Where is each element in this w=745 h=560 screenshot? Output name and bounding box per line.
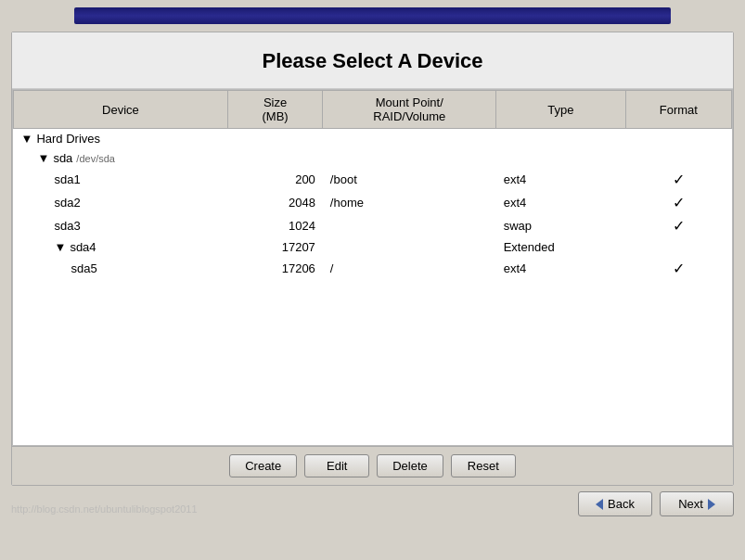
page-title: Please Select A Device (31, 49, 714, 73)
expand-icon: ▼ (21, 132, 33, 146)
col-header-mount: Mount Point/RAID/Volume (323, 91, 496, 129)
device-table: Device Size(MB) Mount Point/RAID/Volume … (13, 90, 732, 280)
cell-type: swap (496, 214, 625, 237)
col-header-type: Type (496, 91, 625, 129)
table-row[interactable]: ▼sda/dev/sda (14, 148, 732, 168)
cell-mount (323, 129, 496, 149)
format-check-icon: ✓ (673, 171, 685, 188)
cell-device: ▼sda/dev/sda (14, 148, 228, 168)
cell-device: sda2 (14, 191, 228, 214)
cell-size: 2048 (227, 191, 323, 214)
cell-size: 1024 (227, 214, 323, 237)
cell-format: ✓ (625, 257, 731, 280)
cell-mount (323, 148, 496, 168)
create-button[interactable]: Create (229, 454, 297, 477)
table-row[interactable]: sda1200/bootext4✓ (14, 168, 732, 191)
back-arrow-icon (596, 499, 603, 510)
table-row[interactable]: sda31024swap✓ (14, 214, 732, 237)
cell-device: ▼sda4 (14, 237, 228, 257)
cell-mount: /home (323, 191, 496, 214)
cell-mount (323, 214, 496, 237)
device-table-container: Device Size(MB) Mount Point/RAID/Volume … (12, 89, 733, 446)
nav-row: http://blog.csdn.net/ubuntuliblogspot201… (0, 486, 745, 520)
cell-mount (323, 237, 496, 257)
reset-button[interactable]: Reset (451, 454, 516, 477)
cell-size (227, 129, 323, 149)
delete-button[interactable]: Delete (377, 454, 443, 477)
format-check-icon: ✓ (673, 217, 685, 235)
cell-device: ▼Hard Drives (14, 129, 228, 149)
format-check-icon: ✓ (673, 194, 685, 211)
next-label: Next (678, 497, 703, 511)
cell-size: 200 (227, 168, 323, 191)
table-row[interactable]: ▼Hard Drives (14, 129, 732, 149)
table-header-row: Device Size(MB) Mount Point/RAID/Volume … (14, 91, 732, 129)
cell-device: sda5 (14, 257, 228, 280)
expand-icon: ▼ (38, 151, 50, 165)
back-button[interactable]: Back (578, 491, 652, 516)
table-row[interactable]: sda517206/ext4✓ (14, 257, 732, 280)
cell-format: ✓ (625, 191, 731, 214)
cell-format: ✓ (625, 168, 731, 191)
cell-type (496, 129, 625, 149)
cell-size (227, 148, 323, 168)
bottom-toolbar: Create Edit Delete Reset (12, 446, 733, 485)
cell-type: ext4 (496, 257, 625, 280)
col-header-device: Device (14, 91, 228, 129)
format-check-icon: ✓ (673, 260, 685, 277)
cell-mount: /boot (323, 168, 496, 191)
cell-device: sda1 (14, 168, 228, 191)
back-label: Back (608, 497, 635, 511)
title-area: Please Select A Device (12, 32, 733, 89)
cell-format: ✓ (625, 214, 731, 237)
edit-button[interactable]: Edit (304, 454, 369, 477)
next-arrow-icon (708, 499, 715, 510)
table-row[interactable]: ▼sda417207Extended (14, 237, 732, 257)
cell-type (496, 148, 625, 168)
cell-type: ext4 (496, 168, 625, 191)
next-button[interactable]: Next (660, 491, 734, 516)
col-header-format: Format (625, 91, 731, 129)
cell-type: ext4 (496, 191, 625, 214)
table-row[interactable]: sda22048/homeext4✓ (14, 191, 732, 214)
expand-icon: ▼ (55, 240, 67, 254)
cell-size: 17207 (227, 237, 323, 257)
top-bar (74, 7, 671, 24)
cell-format (625, 148, 731, 168)
cell-type: Extended (496, 237, 625, 257)
main-panel: Please Select A Device Device Size(MB) M… (11, 32, 734, 486)
cell-size: 17206 (227, 257, 323, 280)
cell-mount: / (323, 257, 496, 280)
col-header-size: Size(MB) (227, 91, 323, 129)
cell-format (625, 129, 731, 149)
cell-device: sda3 (14, 214, 228, 237)
cell-format (625, 237, 731, 257)
watermark: http://blog.csdn.net/ubuntuliblogspot201… (11, 503, 198, 515)
